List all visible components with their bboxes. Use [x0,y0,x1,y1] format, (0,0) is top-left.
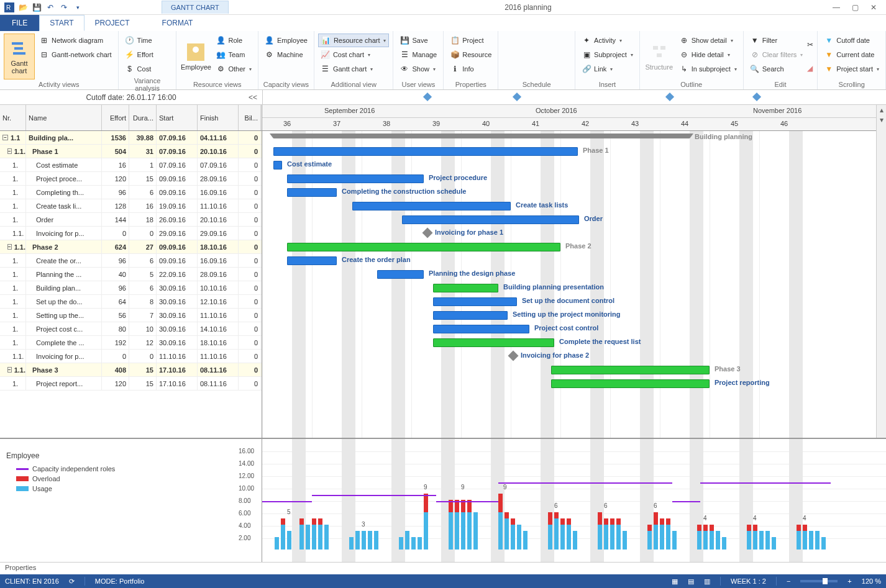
eraser-icon[interactable]: ◢ [807,64,813,73]
task-row[interactable]: 1.Project report...1201517.10.1608.11.16… [0,377,262,391]
maximize-icon[interactable]: ▢ [846,1,864,14]
filter-button[interactable]: ▼Filter [747,34,806,47]
network-diagram-button[interactable]: ⊞Network diagram [37,34,114,47]
task-row[interactable]: 1.Cost estimate16107.09.1607.09.160 [0,158,262,172]
task-row[interactable]: 1.Create the or...96609.09.1616.09.160 [0,254,262,268]
gantt-bar[interactable] [377,270,424,279]
gantt-bar[interactable] [551,379,710,388]
close-icon[interactable]: ✕ [865,1,882,14]
cap-machine-button[interactable]: ⚙Machine [262,48,310,61]
vertical-scrollbar[interactable]: ▴ ▾ [876,105,886,438]
gantt-bar[interactable] [287,256,337,265]
structure-button[interactable]: Structure [644,34,675,79]
expander-icon[interactable]: − [7,244,12,250]
col-header-finish[interactable]: Finish [198,105,239,130]
properties-panel-header[interactable]: Properties [0,562,886,574]
gantt-bar[interactable] [273,161,282,170]
team-button[interactable]: 👥Team [213,48,254,61]
task-row[interactable]: 1.Project cost c...801030.09.1614.10.160 [0,322,262,336]
gantt-chart[interactable]: September 2016October 2016November 2016 … [262,105,886,438]
task-row[interactable]: −1.1.Phase 34081517.10.1608.11.160 [0,363,262,377]
collapse-task-pane[interactable]: << [249,93,257,102]
manage-button[interactable]: ☰Manage [397,48,439,61]
other-button[interactable]: ⚙Other▾ [213,62,254,76]
gantt-bar[interactable] [402,215,579,224]
minimize-icon[interactable]: — [828,1,845,14]
gantt-bar[interactable] [273,147,578,156]
time-button[interactable]: 🕐Time [122,34,156,47]
employee-button[interactable]: Employee [180,34,211,79]
task-row[interactable]: −1.1Building pla...153639.8807.09.1604.1… [0,131,262,145]
resource-props-button[interactable]: 📦Resource [447,48,494,61]
zoom-slider[interactable] [800,580,838,582]
app-icon[interactable]: R [4,2,15,13]
task-row[interactable]: 1.Complete the ...1921230.09.1618.10.160 [0,336,262,350]
zoom-in-icon[interactable]: + [847,577,851,585]
gantt-bar[interactable] [287,174,424,183]
task-row[interactable]: −1.1.Phase 15043107.09.1620.10.160 [0,145,262,158]
effort-button[interactable]: ⚡Effort [122,48,156,61]
cut-icon[interactable]: ✂ [807,40,813,49]
task-row[interactable]: 1.Create task li...1281619.09.1611.10.16… [0,199,262,213]
task-row[interactable]: 1.Planning the ...40522.09.1628.09.160 [0,268,262,281]
qat-dropdown-icon[interactable]: ▾ [72,2,83,13]
col-header-start[interactable]: Start [157,105,198,130]
tab-project[interactable]: PROJECT [84,15,140,31]
task-row[interactable]: 1.Setting up the...56730.09.1611.10.160 [0,309,262,322]
undo-icon[interactable]: ↶ [45,2,56,13]
gantt-network-button[interactable]: ⊟Gantt-network chart [37,48,114,61]
view-icon-3[interactable]: ▥ [704,577,710,586]
expander-icon[interactable]: − [2,135,8,140]
cost-chart-button[interactable]: 📈Cost chart▾ [318,48,390,61]
col-header-effort[interactable]: Effort [102,105,129,130]
cap-employee-button[interactable]: 👤Employee [262,34,310,47]
col-header-nr[interactable]: Nr. [0,105,26,130]
gantt-bar[interactable] [433,284,498,292]
gantt-bar[interactable] [433,311,508,320]
gantt-chart-small-button[interactable]: ☰Gantt chart▾ [318,62,390,76]
resource-chart-button[interactable]: 📊Resource chart▾ [318,34,390,47]
link-button[interactable]: 🔗Link▾ [579,62,636,76]
tab-format[interactable]: FORMAT [152,15,204,31]
save-icon[interactable]: 💾 [31,2,42,13]
scroll-down-icon[interactable]: ▾ [877,115,886,125]
gantt-bar[interactable] [551,366,710,374]
view-icon-2[interactable]: ▤ [688,577,694,586]
tab-file[interactable]: FILE [0,15,39,31]
in-subproject-button[interactable]: ↳In subproject▾ [677,62,739,76]
task-row[interactable]: 1.1.Invoicing for p...0029.09.1629.09.16… [0,227,262,240]
clear-filters-button[interactable]: ⊘Clear filters▾ [747,48,806,61]
cutoff-date-button[interactable]: ▼Cutoff date [821,34,882,47]
zoom-out-icon[interactable]: − [787,577,790,585]
search-button[interactable]: 🔍Search [747,62,806,76]
scroll-up-icon[interactable]: ▴ [877,105,886,115]
refresh-icon[interactable]: ⟳ [69,577,75,586]
expander-icon[interactable]: − [7,148,12,154]
project-start-button[interactable]: ▼Project start▾ [821,62,882,76]
save-view-button[interactable]: 💾Save [397,34,439,47]
project-props-button[interactable]: 📋Project [447,34,494,47]
gantt-bar[interactable] [287,188,337,197]
show-button[interactable]: 👁Show▾ [397,62,439,76]
gantt-bar[interactable] [352,202,511,210]
gantt-bar[interactable] [287,243,560,251]
task-row[interactable]: −1.1.Phase 26242709.09.1618.10.160 [0,240,262,254]
col-header-bill[interactable]: Bil... [239,105,261,130]
role-button[interactable]: 👤Role [213,34,254,47]
gantt-chart-button[interactable]: Gantt chart [4,34,35,79]
cost-button[interactable]: $Cost [122,62,156,76]
col-header-name[interactable]: Name [26,105,102,130]
task-row[interactable]: 1.Order1441826.09.1620.10.160 [0,213,262,227]
subproject-button[interactable]: ▣Subproject▾ [579,48,636,61]
info-button[interactable]: ℹInfo [447,62,494,76]
hide-detail-button[interactable]: ⊖Hide detail▾ [677,48,739,61]
task-row[interactable]: 1.1.Invoicing for p...0011.10.1611.10.16… [0,350,262,363]
current-date-button[interactable]: ▼Current date [821,48,882,61]
redo-icon[interactable]: ↷ [58,2,70,13]
gantt-bar[interactable] [433,325,529,333]
task-row[interactable]: 1.Building plan...96630.09.1610.10.160 [0,281,262,295]
tab-start[interactable]: START [39,15,84,31]
task-row[interactable]: 1.Completing th...96609.09.1616.09.160 [0,186,262,199]
view-icon-1[interactable]: ▦ [672,577,678,586]
col-header-duration[interactable]: Dura... [129,105,157,130]
